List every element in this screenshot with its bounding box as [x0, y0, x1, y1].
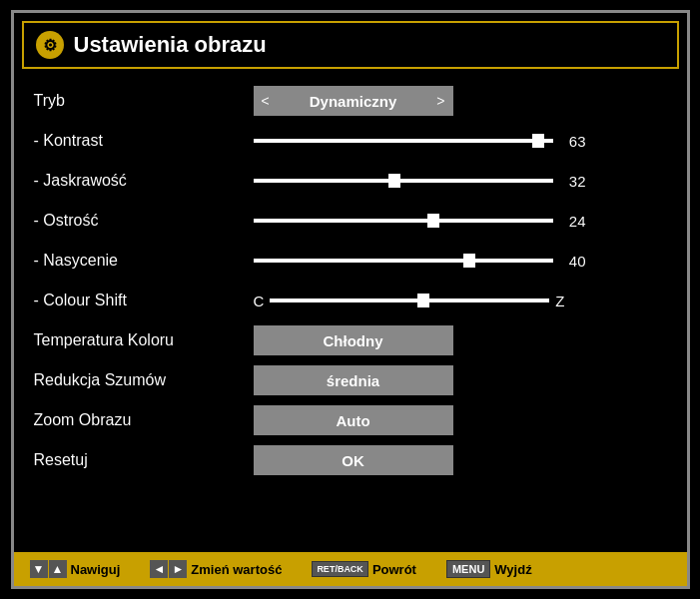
selector-right-arrow[interactable]: >	[436, 93, 444, 109]
back-label: Powrót	[372, 562, 416, 577]
row-control: 24	[254, 213, 667, 230]
row-label: Redukcja Szumów	[34, 371, 254, 389]
exit-label: Wyjdź	[494, 562, 531, 577]
navigate-hint: ▼ ▲ Nawiguj	[30, 560, 121, 578]
row-label: - Ostrość	[34, 212, 254, 230]
row-control: 32	[254, 173, 667, 190]
footer: ▼ ▲ Nawiguj ◄ ► Zmień wartość RET/BACK P…	[14, 552, 687, 586]
option-button[interactable]: OK	[254, 445, 453, 475]
row-label: - Colour Shift	[34, 292, 254, 309]
slider-track[interactable]	[254, 219, 553, 223]
row-label: - Jaskrawość	[34, 172, 254, 190]
left-arrow-icon: ◄	[150, 560, 168, 578]
navigate-label: Nawiguj	[71, 562, 121, 577]
row-label: Tryb	[34, 92, 254, 110]
row-label: - Kontrast	[34, 132, 254, 150]
slider-thumb	[427, 214, 439, 228]
slider-value: 40	[561, 253, 586, 270]
slider-container: 63	[254, 133, 667, 150]
slider-track[interactable]	[254, 179, 553, 183]
slider-thumb	[463, 254, 475, 268]
nav-arrows: ▼ ▲	[30, 560, 67, 578]
selector-control[interactable]: < Dynamiczny >	[254, 86, 453, 116]
settings-row: Temperatura KoloruChłodny	[34, 322, 667, 358]
selector-left-arrow[interactable]: <	[262, 93, 270, 109]
colour-shift-container: CZ	[254, 293, 667, 309]
selector-value: Dynamiczny	[310, 93, 397, 110]
row-control: średnia	[254, 365, 667, 395]
settings-row: Tryb< Dynamiczny >	[34, 83, 667, 119]
change-label: Zmień wartość	[191, 562, 282, 577]
main-window: ⚙ Ustawienia obrazu Tryb< Dynamiczny >- …	[11, 10, 690, 589]
slider-thumb	[388, 174, 400, 188]
down-arrow-icon: ▼	[30, 560, 48, 578]
colour-shift-thumb	[417, 294, 429, 307]
exit-hint: MENU Wyjdź	[446, 560, 532, 578]
settings-row: - Colour ShiftCZ	[34, 283, 667, 318]
row-control: 40	[254, 253, 667, 270]
slider-value: 32	[561, 173, 586, 190]
back-hint: RET/BACK Powrót	[312, 561, 416, 577]
title-bar: ⚙ Ustawienia obrazu	[22, 21, 679, 69]
row-control: Chłodny	[254, 325, 667, 355]
slider-track[interactable]	[254, 139, 553, 143]
colour-shift-c-label: C	[254, 293, 265, 309]
row-control: < Dynamiczny >	[254, 86, 667, 116]
option-button[interactable]: średnia	[254, 365, 453, 395]
settings-row: Zoom ObrazuAuto	[34, 402, 667, 438]
row-control: CZ	[254, 293, 667, 309]
row-label: Temperatura Koloru	[34, 331, 254, 349]
change-hint: ◄ ► Zmień wartość	[150, 560, 282, 578]
slider-value: 63	[561, 133, 586, 150]
colour-shift-z-label: Z	[555, 293, 564, 309]
option-button[interactable]: Auto	[254, 405, 453, 435]
colour-shift-track[interactable]	[270, 299, 549, 302]
row-label: - Nasycenie	[34, 252, 254, 270]
content-area: Tryb< Dynamiczny >- Kontrast63- Jaskrawo…	[14, 77, 687, 552]
slider-container: 24	[254, 213, 667, 230]
row-label: Resetuj	[34, 451, 254, 469]
settings-row: - Nasycenie40	[34, 243, 667, 279]
right-arrow-icon: ►	[169, 560, 187, 578]
row-control: OK	[254, 445, 667, 475]
slider-track[interactable]	[254, 259, 553, 263]
up-arrow-icon: ▲	[49, 560, 67, 578]
settings-row: Redukcja Szumówśrednia	[34, 362, 667, 398]
settings-row: - Ostrość24	[34, 203, 667, 239]
slider-value: 24	[561, 213, 586, 230]
settings-row: - Jaskrawość32	[34, 163, 667, 199]
option-button[interactable]: Chłodny	[254, 325, 453, 355]
row-label: Zoom Obrazu	[34, 411, 254, 429]
page-title: Ustawienia obrazu	[74, 32, 267, 58]
settings-row: ResetujOK	[34, 442, 667, 478]
row-control: Auto	[254, 405, 667, 435]
slider-container: 40	[254, 253, 667, 270]
settings-row: - Kontrast63	[34, 123, 667, 159]
ret-back-button[interactable]: RET/BACK	[312, 561, 368, 577]
lr-arrows: ◄ ►	[150, 560, 187, 578]
slider-container: 32	[254, 173, 667, 190]
settings-icon: ⚙	[36, 31, 64, 59]
menu-button[interactable]: MENU	[446, 560, 490, 578]
row-control: 63	[254, 133, 667, 150]
slider-thumb	[532, 134, 544, 148]
